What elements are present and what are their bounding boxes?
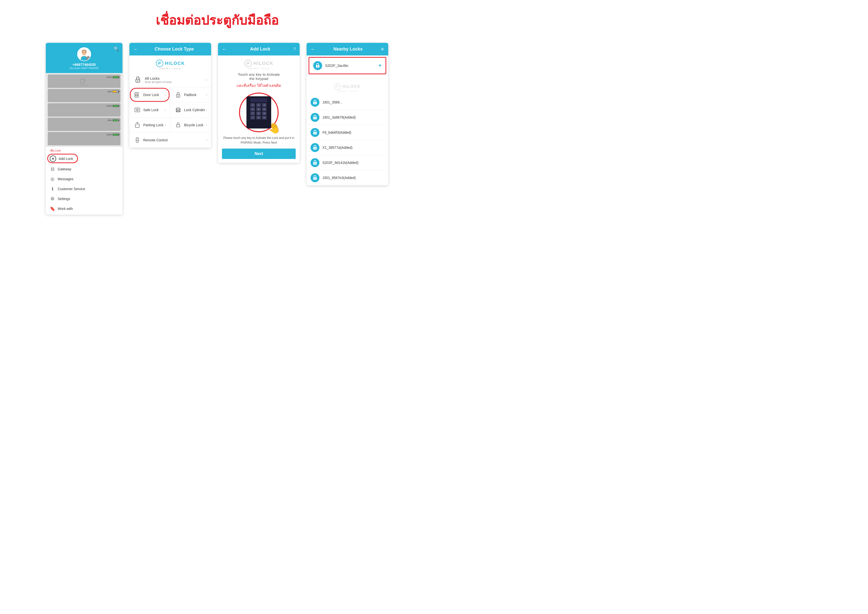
back-arrow[interactable]: ← (133, 46, 138, 52)
safe-lock-item[interactable]: Safe Lock › (129, 103, 170, 118)
screen-2: ← Choose Lock Type HILOCK SMART LOCK (129, 43, 211, 148)
svg-rect-20 (135, 124, 139, 127)
s3-header: ← Add Lock ? (218, 43, 300, 56)
all-locks-sub: Scan all types of locks (145, 81, 206, 84)
remote-control-item[interactable]: Remote Control › (129, 133, 211, 148)
bicycle-lock-name: Bicycle Lock (184, 123, 203, 127)
svg-point-30 (337, 86, 338, 87)
remote-control-name: Remote Control (143, 138, 167, 142)
s4-back-arrow[interactable]: ← (310, 46, 315, 52)
battery-3: 100% (106, 105, 119, 107)
parking-lock-chevron: › (165, 123, 166, 127)
search-icon[interactable]: 🔍 (113, 46, 119, 52)
safe-lock-icon (133, 106, 141, 114)
s3-help-icon[interactable]: ? (293, 47, 296, 51)
svg-point-38 (315, 148, 315, 149)
battery-1: 100% (106, 76, 119, 78)
s3-hilock-brand: HILOCK (254, 61, 274, 66)
parking-lock-name: Parking Lock (143, 123, 163, 127)
s4-lock-item-4[interactable]: X1_38577a(Added) (307, 140, 388, 155)
remote-control-chevron: › (206, 138, 207, 142)
lock-cylinder-chevron: › (206, 108, 207, 112)
s4-lock-item-5[interactable]: S202F_9d141b(Added) (307, 155, 388, 170)
s2-content: HILOCK SMART LOCK All Locks Scan all typ… (129, 56, 211, 148)
edit-badge: ✎ (86, 56, 91, 61)
padlock-icon (174, 91, 182, 99)
s4-lock-item-6[interactable]: J301_8567e3(Added) (307, 170, 388, 185)
screen-3: ← Add Lock ? HILOCK SMART LOCK (218, 43, 300, 163)
gateway-icon: ⊟ (50, 166, 55, 172)
svg-point-42 (315, 178, 315, 179)
s4-header: ← Nearby Locks ✳ (307, 43, 388, 56)
s3-keypad-image: 123 456 789 *0# (246, 96, 271, 129)
padlock-name: Padlock (184, 93, 197, 97)
lock-cards: 100% HILOCK 60% (46, 73, 122, 147)
padlock-item[interactable]: Padlock › (170, 87, 211, 103)
s4-lock-icon-6 (310, 173, 319, 182)
s4-add-btn[interactable]: + (378, 62, 381, 69)
s3-hilock-logo: HILOCK SMART LOCK (244, 59, 274, 70)
svg-point-32 (315, 103, 315, 104)
next-button[interactable]: Next (222, 149, 296, 159)
lock-card-3[interactable]: 100% (48, 103, 121, 117)
screen-4: ← Nearby Locks ✳ S202F_2ac4bc + (307, 43, 388, 185)
s4-lock-icon-4 (310, 143, 319, 152)
svg-rect-21 (177, 125, 180, 127)
page-title: เชื่อมต่อประตูกับมือถือ (0, 0, 434, 43)
s4-lock-name-3: F6_bde6f3(Added) (322, 131, 384, 134)
svg-point-8 (137, 80, 138, 81)
s2-header: ← Choose Lock Type (129, 43, 211, 56)
s4-hilock-watermark: HILOCK SMART LOCK (307, 76, 388, 95)
add-lock-menu-item[interactable]: + Add Lock (46, 153, 122, 164)
customer-service-menu-item[interactable]: ℹ Customer Service (46, 184, 122, 194)
all-locks-item[interactable]: All Locks Scan all types of locks › (129, 72, 211, 87)
bicycle-lock-item[interactable]: Bicycle Lock › (170, 118, 211, 133)
s4-lock-icon-2 (310, 113, 319, 122)
s4-lock-item-2[interactable]: J301_3a9679(Added) (307, 110, 388, 125)
s4-lock-icon-1 (310, 98, 319, 107)
svg-rect-23 (137, 138, 138, 139)
work-with-icon: 🔖 (50, 206, 55, 211)
door-lock-name: Door Lock (143, 93, 159, 97)
customer-service-icon: ℹ (50, 186, 55, 192)
parking-lock-item[interactable]: Parking Lock › (129, 118, 170, 133)
svg-rect-9 (135, 92, 138, 97)
battery-4: 85% (108, 119, 119, 121)
s3-thai-text: แตะที่เครื่อง ให้ไฟตัวเลขติด (237, 83, 281, 89)
s4-lock-name-4: X1_38577a(Added) (322, 146, 384, 149)
lock-card-5[interactable]: 100% (48, 132, 121, 145)
s4-lock-list: S202F_2ac4bc + HILOCK SMART LOCK (307, 57, 388, 185)
s4-refresh-icon[interactable]: ✳ (381, 47, 384, 52)
s4-lock-item-1[interactable]: J301_3589... (307, 95, 388, 110)
remote-control-icon (133, 136, 141, 144)
s4-lock-icon-0 (313, 61, 322, 70)
settings-icon: ⚙ (50, 196, 55, 202)
lock-card-2[interactable]: 60% (48, 89, 121, 102)
svg-point-6 (159, 63, 160, 64)
settings-menu-item[interactable]: ⚙ Settings (46, 194, 122, 204)
work-with-label: Work with (57, 207, 73, 211)
add-lock-label: เพิ่ม Lock (46, 148, 122, 153)
lock-cylinder-item[interactable]: Lock Cylinder › (170, 103, 211, 118)
parking-lock-icon (133, 121, 141, 129)
door-lock-item[interactable]: Door Lock › (129, 87, 170, 103)
s2-hilock-logo: HILOCK SMART LOCK (129, 56, 211, 72)
safe-lock-chevron: › (165, 108, 166, 112)
svg-point-24 (137, 140, 138, 141)
svg-point-40 (315, 163, 315, 164)
gateway-menu-item[interactable]: ⊟ Gateway (46, 164, 122, 174)
settings-label: Settings (57, 197, 70, 201)
s1-menu: เพิ่ม Lock + Add Lock ⊟ Gateway ◎ Messag… (46, 147, 122, 215)
lock-card-1[interactable]: 100% HILOCK (48, 75, 121, 88)
work-with-menu-item[interactable]: 🔖 Work with (46, 204, 122, 214)
s3-bottom-text: Please touch any key to Activate the Loc… (222, 136, 296, 145)
bicycle-lock-icon (174, 121, 182, 129)
messages-menu-item[interactable]: ◎ Messages (46, 174, 122, 184)
s4-lock-name-1: J301_3589... (322, 100, 384, 104)
padlock-chevron: › (206, 93, 207, 97)
s4-lock-item-3[interactable]: F6_bde6f3(Added) (307, 125, 388, 140)
all-locks-chevron: › (206, 78, 207, 82)
s4-lock-item-highlighted[interactable]: S202F_2ac4bc + (308, 57, 386, 74)
lock-card-4[interactable]: 85% (48, 118, 121, 131)
s3-back-arrow[interactable]: ← (222, 46, 227, 52)
